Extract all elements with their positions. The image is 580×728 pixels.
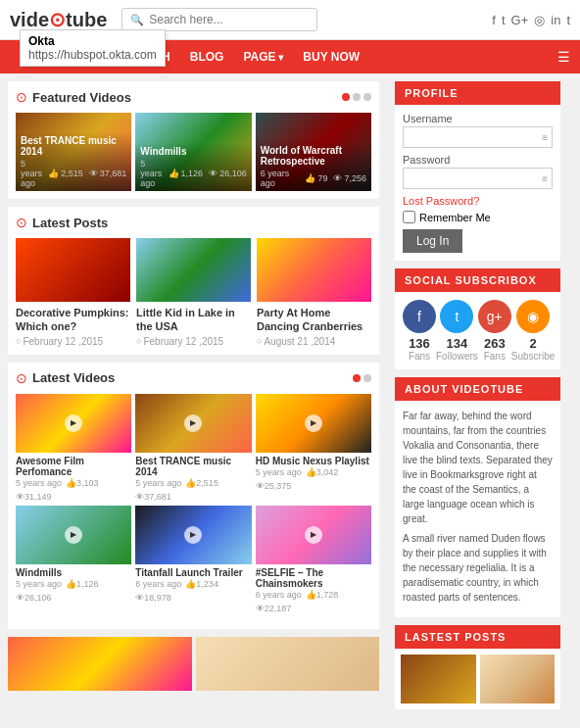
- featured-video-1-meta: 5 years ago 👍 2,515 👁 37,681: [21, 159, 126, 188]
- featured-video-1-views: 👁 37,681: [89, 159, 127, 188]
- sidebar: PROFILE Username ≡ Password ≡ Lost: [387, 73, 568, 725]
- linkedin-icon[interactable]: in: [551, 13, 560, 27]
- video-meta-3: 5 years ago 👍1,126 👁26,106: [16, 579, 131, 603]
- video-meta-5: 6 years ago 👍1,728 👁22,187: [256, 590, 371, 613]
- facebook-icon[interactable]: f: [492, 13, 496, 27]
- password-input[interactable]: [403, 168, 553, 189]
- featured-video-2-likes: 👍 1,126: [169, 159, 204, 188]
- post-item-0[interactable]: Decorative Pumpkins: Which one? February…: [16, 238, 130, 347]
- video-thumb-0: ▶: [16, 394, 131, 453]
- featured-video-3-age: 6 years ago: [261, 169, 300, 188]
- bottom-thumb-2[interactable]: [196, 637, 380, 691]
- bottom-thumb-1[interactable]: [8, 637, 192, 691]
- play-icon-5: ▶: [305, 526, 322, 544]
- latest-videos-section: ⊙ Latest Videos ▶ Awesome Film Perfomanc…: [8, 363, 379, 629]
- post-date-0: February 12 ,2015: [16, 336, 130, 347]
- remember-checkbox[interactable]: [403, 211, 415, 223]
- posts-grid: Decorative Pumpkins: Which one? February…: [16, 238, 371, 347]
- post-thumb-0: [16, 238, 130, 302]
- video-item-5[interactable]: ▶ #SELFIE – The Chainsmokers 6 years ago…: [256, 506, 371, 613]
- login-button[interactable]: Log In: [403, 229, 462, 253]
- video-item-1[interactable]: ▶ Best TRANCE music 2014 5 years ago 👍2,…: [135, 394, 251, 502]
- dot-inactive-2: [363, 93, 371, 101]
- video-item-2[interactable]: ▶ HD Music Nexus Playlist 5 years ago 👍3…: [256, 394, 371, 502]
- social-body: f 136 Fans t 134 Followers g+ 263 Fans: [395, 292, 560, 369]
- lost-password-link[interactable]: Lost Password?: [403, 195, 553, 207]
- about-section-header: ABOUT VIDEOTUBE: [395, 377, 560, 401]
- username-input-wrap: ≡: [403, 126, 553, 148]
- featured-video-2[interactable]: Windmills 5 years ago 👍 1,126 👁 26,106: [135, 113, 251, 191]
- logo-circle: ⊙: [49, 9, 66, 30]
- latest-videos-dots: [353, 374, 371, 382]
- content-area: ⊙ Featured Videos Best TRANCE music 2014…: [0, 73, 387, 725]
- featured-grid: Best TRANCE music 2014 5 years ago 👍 2,5…: [16, 113, 371, 191]
- video-thumb-2: ▶: [256, 394, 371, 453]
- latest-posts-section: ⊙ Latest Posts Decorative Pumpkins: Whic…: [8, 207, 379, 355]
- featured-video-1[interactable]: Best TRANCE music 2014 5 years ago 👍 2,5…: [16, 113, 131, 191]
- password-field: Password ≡: [403, 154, 553, 189]
- bottom-videos: [8, 637, 379, 699]
- nav-blog[interactable]: BLOG: [180, 40, 234, 73]
- rss-count: 2: [511, 336, 555, 351]
- nav-buy[interactable]: BUY NOW: [293, 40, 369, 73]
- video-thumb-3: ▶: [16, 506, 131, 564]
- featured-video-2-views: 👁 26,106: [209, 159, 247, 188]
- post-title-1: Little Kid in Lake in the USA: [136, 306, 251, 334]
- video-title-1: Best TRANCE music 2014: [135, 456, 251, 477]
- rss-icon[interactable]: ☰: [557, 49, 570, 65]
- video-meta-4: 6 years ago 👍1,234 👁18,978: [135, 579, 251, 603]
- header: vide⊙tube 🔍 f t G+ ◎ in t Okta https://h…: [0, 0, 580, 40]
- profile-body: Username ≡ Password ≡ Lost Password?: [395, 105, 560, 261]
- search-input[interactable]: [149, 13, 309, 26]
- video-item-0[interactable]: ▶ Awesome Film Perfomance 5 years ago 👍3…: [16, 394, 131, 502]
- facebook-icon: f: [403, 300, 436, 333]
- featured-video-3[interactable]: World of Warcraft Retrospective 6 years …: [256, 113, 371, 191]
- latest-posts-title: Latest Posts: [32, 216, 108, 230]
- tumblr-icon[interactable]: t: [566, 13, 570, 27]
- play-icon-0: ▶: [65, 414, 82, 432]
- search-icon: 🔍: [130, 14, 144, 26]
- featured-video-1-likes: 👍 2,515: [48, 159, 83, 188]
- rss-label: Subscribe: [511, 351, 555, 362]
- post-date-1: February 12 ,2015: [136, 336, 251, 347]
- twitter-label: Followers: [436, 351, 478, 362]
- social-twitter[interactable]: t 134 Followers: [436, 300, 478, 362]
- post-item-2[interactable]: Party At Home Dancing Cranberries August…: [257, 238, 371, 347]
- instagram-icon[interactable]: ◎: [534, 13, 545, 27]
- play-icon-3: ▶: [65, 526, 82, 544]
- password-label: Password: [403, 154, 553, 166]
- remember-me: Remember Me: [403, 211, 553, 223]
- twitter-count: 134: [436, 336, 478, 351]
- video-title-5: #SELFIE – The Chainsmokers: [256, 567, 371, 589]
- post-item-1[interactable]: Little Kid in Lake in the USA February 1…: [136, 238, 251, 347]
- featured-video-2-age: 5 years ago: [140, 159, 162, 188]
- featured-video-1-title: Best TRANCE music 2014: [21, 135, 126, 157]
- featured-video-2-meta: 5 years ago 👍 1,126 👁 26,106: [140, 159, 246, 188]
- dot-active: [342, 93, 350, 101]
- twitter-icon[interactable]: t: [502, 13, 506, 27]
- video-item-3[interactable]: ▶ Windmills 5 years ago 👍1,126 👁26,106: [16, 506, 131, 613]
- lastest-thumb-1[interactable]: [401, 655, 476, 704]
- post-thumb-1: [136, 238, 251, 302]
- featured-video-2-title: Windmills: [140, 146, 246, 157]
- post-thumb-2: [257, 238, 371, 302]
- video-thumb-5: ▶: [256, 506, 371, 564]
- social-rss[interactable]: ◉ 2 Subscribe: [511, 300, 555, 362]
- nav-page[interactable]: PAGE: [233, 40, 293, 73]
- search-box[interactable]: 🔍: [121, 8, 317, 31]
- social-facebook[interactable]: f 136 Fans: [403, 300, 436, 362]
- lastest-thumb-2[interactable]: [480, 655, 556, 704]
- username-input[interactable]: [403, 126, 553, 148]
- play-icon-2: ▶: [305, 414, 322, 432]
- profile-section-header: PROFILE: [395, 81, 560, 105]
- googleplus-icon: g+: [478, 300, 511, 333]
- social-googleplus[interactable]: g+ 263 Fans: [478, 300, 511, 362]
- googleplus-icon[interactable]: G+: [511, 13, 529, 27]
- featured-title: Featured Videos: [32, 90, 131, 105]
- tooltip-name: Okta: [28, 34, 157, 48]
- video-item-4[interactable]: ▶ Titanfall Launch Trailer 6 years ago 👍…: [135, 506, 251, 613]
- twitter-icon: t: [440, 300, 473, 333]
- latest-videos-title: Latest Videos: [32, 370, 115, 385]
- videos-grid: ▶ Awesome Film Perfomance 5 years ago 👍3…: [16, 394, 371, 613]
- logo[interactable]: vide⊙tube: [10, 8, 107, 31]
